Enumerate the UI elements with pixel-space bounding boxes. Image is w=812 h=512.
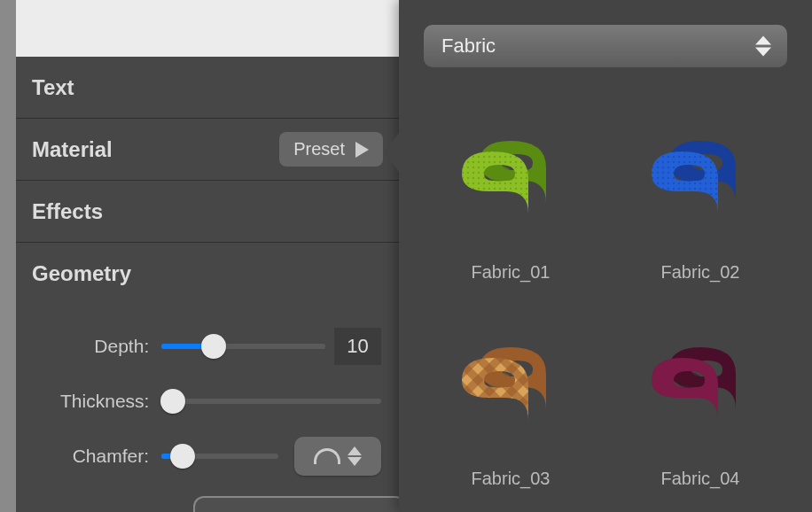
depth-label: Depth: <box>34 336 161 357</box>
preset-button-label: Preset <box>293 139 345 159</box>
preset-popover: Fabric Fabric_01Fabric_02Fabric_03Fabric… <box>399 0 812 512</box>
depth-value[interactable]: 10 <box>334 328 381 365</box>
depth-slider-thumb[interactable] <box>201 334 226 359</box>
swatch-thumb-fabric-03 <box>433 307 588 462</box>
dropdown-arrows-icon <box>755 36 771 57</box>
thickness-label: Thickness: <box>34 391 161 412</box>
swatch-thumb-fabric-01 <box>433 101 588 255</box>
cube-icon <box>246 507 353 512</box>
swatch-label-fabric-02: Fabric_02 <box>661 262 740 283</box>
chamfer-slider-thumb[interactable] <box>170 444 195 469</box>
chevron-up-icon <box>347 446 362 455</box>
section-title-geometry: Geometry <box>32 261 383 286</box>
swatch-fabric-03[interactable]: Fabric_03 <box>424 307 597 489</box>
section-title-effects: Effects <box>32 199 383 224</box>
play-triangle-icon <box>355 142 369 158</box>
arc-icon <box>314 448 340 464</box>
section-effects[interactable]: Effects <box>16 181 399 243</box>
geometry-controls: Depth: 10 Thickness: Chamfer: <box>16 305 399 512</box>
chamfer-row: Chamfer: <box>34 438 381 475</box>
swatch-label-fabric-01: Fabric_01 <box>472 262 550 283</box>
svg-point-10 <box>676 372 701 388</box>
chamfer-stepper[interactable] <box>347 446 362 466</box>
canvas-top-strip <box>16 0 399 57</box>
section-title-material: Material <box>32 137 279 162</box>
thickness-slider[interactable] <box>161 399 381 404</box>
canvas-left-edge <box>0 0 16 512</box>
geometry-preview <box>193 496 406 512</box>
swatch-fabric-02[interactable]: Fabric_02 <box>613 101 787 283</box>
preset-button[interactable]: Preset <box>279 132 383 167</box>
section-material[interactable]: Material Preset <box>16 119 399 181</box>
svg-point-2 <box>487 166 511 182</box>
chamfer-label: Chamfer: <box>34 446 161 467</box>
thickness-slider-thumb[interactable] <box>160 389 185 414</box>
swatch-label-fabric-03: Fabric_03 <box>472 469 550 489</box>
section-geometry[interactable]: Geometry <box>16 243 399 305</box>
swatch-label-fabric-04: Fabric_04 <box>661 469 740 489</box>
chamfer-profile-picker[interactable] <box>294 437 381 476</box>
thickness-row: Thickness: <box>34 383 381 420</box>
chevron-down-icon <box>347 457 362 466</box>
swatch-thumb-fabric-02 <box>623 101 777 255</box>
category-dropdown-label: Fabric <box>441 35 496 58</box>
swatch-thumb-fabric-04 <box>623 307 777 462</box>
section-text[interactable]: Text <box>16 57 399 119</box>
popover-arrow-icon <box>383 133 399 172</box>
category-dropdown[interactable]: Fabric <box>424 25 787 67</box>
swatch-fabric-04[interactable]: Fabric_04 <box>613 307 787 489</box>
svg-point-9 <box>487 372 511 388</box>
swatch-grid: Fabric_01Fabric_02Fabric_03Fabric_04 <box>424 101 787 489</box>
section-title-text: Text <box>32 75 383 100</box>
swatch-fabric-01[interactable]: Fabric_01 <box>424 101 597 283</box>
chamfer-slider[interactable] <box>161 454 278 459</box>
inspector-panel: Text Material Preset Effects Geometry De… <box>16 57 399 512</box>
depth-row: Depth: 10 <box>34 328 381 365</box>
svg-point-5 <box>676 166 701 182</box>
depth-slider[interactable] <box>161 344 325 349</box>
